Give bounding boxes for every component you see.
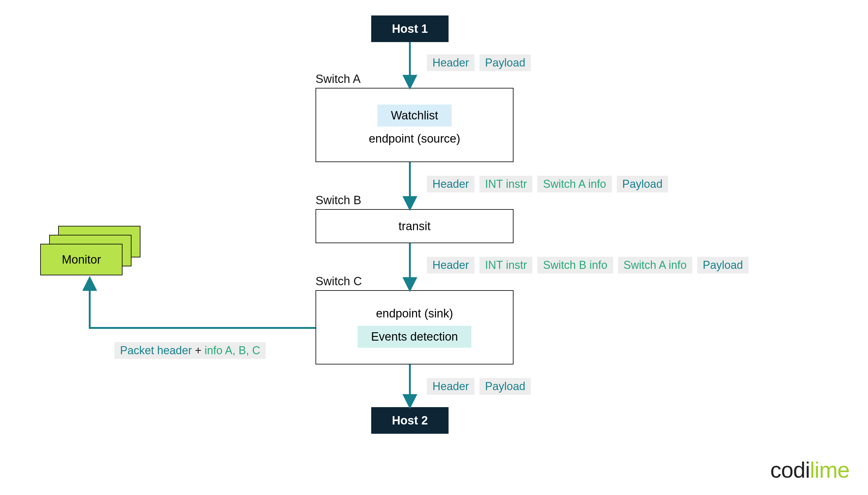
tag-payload: Payload bbox=[480, 54, 531, 71]
logo-codi: codi bbox=[770, 458, 810, 482]
monitor-stack: Monitor bbox=[40, 226, 133, 269]
tag-payload: Payload bbox=[617, 176, 668, 192]
tag-payload: Payload bbox=[697, 257, 749, 273]
host2-label: Host 2 bbox=[392, 414, 428, 427]
monitor-card-front: Monitor bbox=[40, 244, 122, 275]
switch-c-label: Switch C bbox=[315, 275, 362, 288]
switch-a-label: Switch A bbox=[315, 72, 361, 86]
packet-row-1: Header Payload bbox=[427, 54, 531, 71]
switch-b-box: transit bbox=[315, 209, 514, 243]
packet-header-text: Packet header bbox=[120, 344, 192, 357]
plus-text: + bbox=[195, 344, 202, 357]
tag-switch-a-info: Switch A info bbox=[618, 257, 692, 273]
switch-b-label: Switch B bbox=[315, 194, 361, 207]
host1-label: Host 1 bbox=[392, 22, 428, 36]
tag-header: Header bbox=[427, 378, 474, 395]
watchlist-pill: Watchlist bbox=[377, 105, 452, 126]
switch-b-text: transit bbox=[398, 220, 430, 233]
packet-row-4: Header Payload bbox=[427, 378, 531, 395]
monitor-label: Monitor bbox=[62, 253, 101, 267]
tag-header: Header bbox=[427, 176, 474, 192]
switch-c-box: endpoint (sink) Events detection bbox=[315, 290, 514, 364]
packet-row-3: Header INT instr Switch B info Switch A … bbox=[427, 257, 749, 273]
tag-int-instr: INT instr bbox=[480, 176, 532, 192]
packet-row-2: Header INT instr Switch A info Payload bbox=[427, 176, 668, 192]
switch-c-endpoint: endpoint (sink) bbox=[376, 307, 453, 320]
tag-switch-b-info: Switch B info bbox=[537, 257, 613, 273]
logo-lime: lime bbox=[810, 458, 849, 482]
tag-payload: Payload bbox=[480, 378, 531, 395]
tag-header: Header bbox=[427, 257, 474, 273]
tag-int-instr: INT instr bbox=[480, 257, 532, 273]
host2-box: Host 2 bbox=[371, 407, 449, 434]
switch-a-endpoint: endpoint (source) bbox=[369, 132, 460, 146]
host1-box: Host 1 bbox=[371, 16, 449, 42]
codilime-logo: codilime bbox=[770, 457, 849, 483]
switch-a-box: Watchlist endpoint (source) bbox=[315, 88, 514, 162]
tag-switch-a-info: Switch A info bbox=[537, 176, 611, 192]
tag-header: Header bbox=[427, 54, 474, 71]
info-abc-text: info A, B, C bbox=[205, 344, 260, 357]
monitor-packet-tag: Packet header + info A, B, C bbox=[115, 342, 266, 359]
events-pill: Events detection bbox=[358, 326, 472, 348]
